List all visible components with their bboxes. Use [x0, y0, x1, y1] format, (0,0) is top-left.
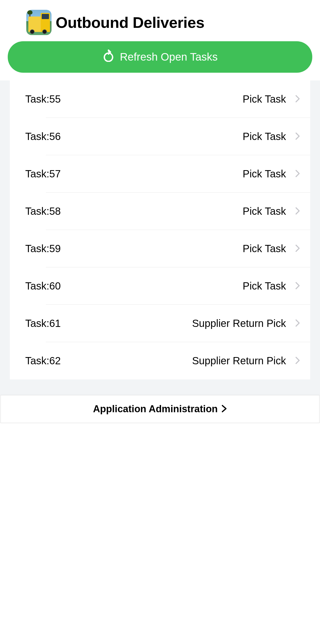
- chevron-right-icon: [295, 207, 300, 216]
- content-area: Task:55 Pick Task Task:56 Pick Task Task…: [0, 80, 320, 379]
- refresh-icon: [102, 49, 115, 64]
- chevron-right-icon: [295, 319, 300, 328]
- page-title: Outbound Deliveries: [56, 14, 204, 31]
- chevron-right-icon: [295, 170, 300, 178]
- chevron-right-icon: [295, 357, 300, 365]
- task-type: Pick Task: [243, 205, 286, 217]
- task-list: Task:55 Pick Task Task:56 Pick Task Task…: [10, 80, 310, 379]
- title-row: Outbound Deliveries: [8, 10, 312, 35]
- task-type: Supplier Return Pick: [192, 318, 286, 329]
- task-row[interactable]: Task:56 Pick Task: [10, 118, 310, 155]
- task-type: Pick Task: [243, 243, 286, 254]
- chevron-right-icon: [295, 244, 300, 253]
- refresh-button-label: Refresh Open Tasks: [120, 51, 218, 63]
- task-row[interactable]: Task:55 Pick Task: [10, 80, 310, 118]
- task-label: Task:60: [25, 280, 243, 292]
- refresh-button[interactable]: Refresh Open Tasks: [8, 41, 312, 73]
- header: Outbound Deliveries Refresh Open Tasks: [0, 0, 320, 80]
- task-row[interactable]: Task:60 Pick Task: [10, 267, 310, 305]
- task-row[interactable]: Task:59 Pick Task: [10, 230, 310, 267]
- task-label: Task:56: [25, 131, 243, 142]
- admin-button[interactable]: Application Administration: [1, 395, 319, 423]
- task-label: Task:58: [25, 205, 243, 217]
- task-type: Pick Task: [243, 131, 286, 142]
- task-row[interactable]: Task:57 Pick Task: [10, 155, 310, 193]
- app-icon: [26, 10, 52, 35]
- chevron-right-icon: [295, 282, 300, 291]
- footer-gap: [0, 379, 320, 395]
- task-label: Task:57: [25, 168, 243, 180]
- task-row[interactable]: Task:61 Supplier Return Pick: [10, 305, 310, 342]
- task-label: Task:55: [25, 93, 243, 105]
- task-type: Pick Task: [243, 93, 286, 105]
- task-row[interactable]: Task:62 Supplier Return Pick: [10, 342, 310, 379]
- task-type: Supplier Return Pick: [192, 355, 286, 367]
- admin-label: Application Administration: [93, 403, 218, 415]
- task-label: Task:62: [25, 355, 192, 367]
- task-row[interactable]: Task:58 Pick Task: [10, 193, 310, 230]
- task-label: Task:59: [25, 243, 243, 254]
- chevron-right-icon: [221, 404, 227, 414]
- task-type: Pick Task: [243, 280, 286, 292]
- task-type: Pick Task: [243, 168, 286, 180]
- task-label: Task:61: [25, 318, 192, 329]
- chevron-right-icon: [295, 132, 300, 141]
- chevron-right-icon: [295, 95, 300, 104]
